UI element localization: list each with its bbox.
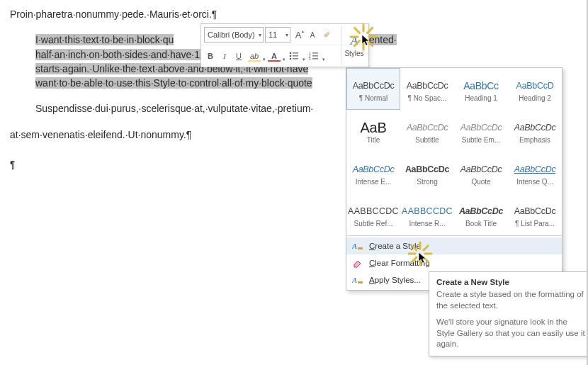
numbering-icon: 123 <box>309 52 319 60</box>
style-sample: AaBbCcDc <box>407 119 448 136</box>
style-label: ¶ No Spac... <box>408 94 447 102</box>
style-tile[interactable]: AaBbCcDcEmphasis <box>508 110 562 152</box>
grow-font-button[interactable]: A <box>292 28 305 41</box>
style-label: Heading 2 <box>519 94 551 102</box>
chevron-down-icon: ▾ <box>259 32 261 38</box>
svg-rect-5 <box>293 58 298 60</box>
style-tile[interactable]: AaBbCcDcQuote <box>454 152 508 193</box>
style-label: Intense R... <box>409 220 445 228</box>
style-label: Strong <box>417 178 437 186</box>
style-label: ¶ List Para... <box>515 220 555 228</box>
style-tile[interactable]: AaBbCcDcIntense E... <box>346 152 400 193</box>
style-tile[interactable]: AaBbCcDcStrong <box>400 152 454 193</box>
apply-styles-icon: A <box>352 274 363 286</box>
styles-label: Styles <box>344 50 363 57</box>
style-sample: AaBbCc <box>463 77 499 94</box>
style-tile[interactable]: AaBbCcDc¶ List Para... <box>508 193 562 235</box>
svg-rect-23 <box>358 281 363 283</box>
style-label: Intense Q... <box>516 178 553 186</box>
style-tile[interactable]: AaBbCcDc¶ No Spac... <box>400 68 454 110</box>
svg-rect-9 <box>312 55 318 57</box>
style-sample: AaBbCcDc <box>460 119 502 136</box>
style-tile[interactable]: AaBTitle <box>346 110 400 152</box>
svg-rect-11 <box>312 58 318 60</box>
style-sample: AaBbCcDc <box>353 77 395 94</box>
style-sample: AaBbCcDc <box>459 203 503 220</box>
style-label: Emphasis <box>519 136 550 144</box>
style-label: Intense E... <box>356 178 392 186</box>
highlight-button[interactable]: ab▾ <box>247 50 265 62</box>
style-sample: AaBbCcD <box>516 77 554 94</box>
bullets-button[interactable]: ▾ <box>286 50 305 62</box>
styles-icon: A <box>351 34 358 48</box>
svg-point-2 <box>290 55 292 57</box>
style-sample: AaBbCcDc <box>514 119 556 136</box>
style-sample: AaBbCcDc <box>514 203 556 220</box>
styles-grid: AaBbCcDc¶ NormalAaBbCcDc¶ No Spac...AaBb… <box>346 68 562 235</box>
eraser-icon <box>352 257 363 269</box>
style-label: Subtitle <box>415 136 439 144</box>
styles-gallery: AaBbCcDc¶ NormalAaBbCcDc¶ No Spac...AaBb… <box>346 67 562 291</box>
style-label: ¶ Normal <box>359 94 388 102</box>
style-tile[interactable]: AaBbCcDHeading 2 <box>508 68 562 110</box>
style-sample: AABBCCDC <box>402 203 453 220</box>
svg-rect-21 <box>358 247 363 249</box>
style-tile[interactable]: AaBbCcDcIntense Q... <box>508 152 562 193</box>
create-style-item[interactable]: A Create a Style <box>346 237 562 254</box>
style-label: Title <box>367 136 380 144</box>
style-tile[interactable]: AaBbCcHeading 1 <box>454 68 508 110</box>
mini-toolbar: Calibri (Body)▾ 11▾ A A ✐ B I U ab▾ A▾ ▾… <box>200 23 369 67</box>
underline-button[interactable]: U <box>232 50 245 62</box>
styles-button[interactable]: A Styles <box>341 26 367 65</box>
style-sample: AaBbCcDc <box>514 161 556 178</box>
italic-button[interactable]: I <box>218 50 231 62</box>
bold-button[interactable]: B <box>204 50 217 62</box>
style-tile[interactable]: AaBbCcDcBook Title <box>454 193 508 235</box>
format-painter-button[interactable]: ✐ <box>320 28 333 41</box>
style-label: Quote <box>471 178 490 186</box>
font-color-button[interactable]: A▾ <box>266 50 285 62</box>
style-sample: AaBbCcDc <box>405 161 449 178</box>
style-sample: AaBbCcDc <box>353 161 395 178</box>
svg-point-0 <box>290 52 292 55</box>
tooltip-title: Create a New Style <box>436 278 585 286</box>
style-tile[interactable]: AABBCCDCIntense R... <box>400 193 454 235</box>
paragraph: Proin·pharetra·nonummy·pede.·Mauris·et·o… <box>10 7 571 21</box>
style-sample: AaB <box>361 119 387 136</box>
tooltip-text: Create a style based on the formatting o… <box>436 289 585 311</box>
style-tile[interactable]: AABBCCDCSubtle Ref... <box>346 193 400 235</box>
create-style-icon: A <box>352 240 363 252</box>
tooltip: Create a New Style Create a style based … <box>429 271 588 356</box>
bullets-icon <box>289 52 299 60</box>
style-sample: AaBbCcDc <box>407 77 448 94</box>
numbering-button[interactable]: 123 ▾ <box>306 50 324 62</box>
chevron-down-icon: ▾ <box>285 32 288 38</box>
clear-formatting-item[interactable]: Clear Formatting <box>346 254 562 271</box>
tooltip-text: We'll store your signature look in the S… <box>436 317 585 350</box>
svg-rect-1 <box>293 52 298 54</box>
style-sample: AaBbCcDc <box>460 161 502 178</box>
style-label: Book Title <box>465 220 497 228</box>
style-tile[interactable]: AaBbCcDcSubtle Em... <box>454 110 508 152</box>
svg-text:3: 3 <box>309 57 311 60</box>
font-size-select[interactable]: 11▾ <box>265 27 290 43</box>
font-family-select[interactable]: Calibri (Body)▾ <box>204 27 264 43</box>
style-tile[interactable]: AaBbCcDc¶ Normal <box>346 68 400 110</box>
style-tile[interactable]: AaBbCcDcSubtitle <box>400 110 454 152</box>
svg-text:A: A <box>352 242 357 250</box>
shrink-font-button[interactable]: A <box>306 28 319 41</box>
style-label: Heading 1 <box>465 94 497 102</box>
svg-text:A: A <box>352 276 357 284</box>
style-label: Subtle Em... <box>462 136 500 144</box>
svg-rect-3 <box>293 55 298 57</box>
svg-point-4 <box>290 58 292 60</box>
style-sample: AABBCCDC <box>348 203 399 220</box>
style-label: Subtle Ref... <box>354 220 392 228</box>
svg-rect-7 <box>312 52 318 54</box>
